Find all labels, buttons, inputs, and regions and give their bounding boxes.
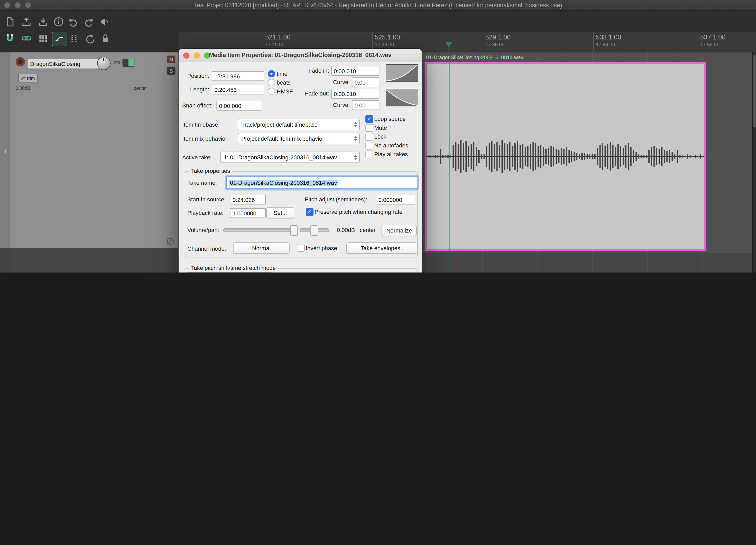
stepper-icon <box>351 133 359 144</box>
pitch-mode-title: Take pitch shift/time stretch mode <box>189 265 278 271</box>
track-mute-button[interactable]: M <box>167 56 175 63</box>
fx-enable-toggle[interactable] <box>122 59 134 67</box>
edit-cursor-line <box>449 52 449 273</box>
invert-phase-label: Invert phase <box>306 245 337 251</box>
track-control-panel[interactable]: DragonSilkaClosing FX M S trim 0.00dB ce… <box>10 52 179 273</box>
playback-rate-label: Playback rate: <box>187 210 223 216</box>
fx-label: FX <box>114 60 120 65</box>
take-envelopes-button[interactable]: Take envelopes.. <box>346 242 418 254</box>
start-in-source-label: Start in source: <box>187 196 226 202</box>
loop-icon[interactable] <box>83 32 97 45</box>
ruler-mark: 537.1.0017:52.00 <box>698 32 725 52</box>
save-project-icon[interactable] <box>36 15 50 29</box>
fade-out-input[interactable]: 0:00.010 <box>331 89 379 99</box>
normalize-button[interactable]: Normalize <box>382 225 417 236</box>
take-name-label: Take name: <box>187 180 217 186</box>
vertical-scrollbar-handle[interactable] <box>753 55 756 128</box>
no-autofades-label: No autofades <box>374 142 408 148</box>
hmsf-radio-label: HMSF <box>277 88 293 94</box>
beats-radio-label: beats <box>277 79 291 86</box>
edit-cursor-line-ruler <box>448 47 449 52</box>
active-take-value: 1: 01-DragonSilkaClosing-200316_0814.wav <box>224 154 337 160</box>
snap-offset-label: Snap offset: <box>182 102 213 108</box>
ruler-mark: 529.1.0017:36.00 <box>483 32 510 52</box>
loop-source-checkbox[interactable]: ✓ <box>365 115 373 123</box>
media-item-properties-dialog: Media Item Properties: 01-DragonSilkaClo… <box>179 49 422 273</box>
playback-rate-input[interactable]: 1.000000 <box>230 208 266 218</box>
link-grouping-icon[interactable] <box>20 32 33 45</box>
pitch-mode-select[interactable]: Project default <box>187 272 272 273</box>
volume-pan-label: Volume/pan: <box>187 227 219 233</box>
invert-phase-checkbox[interactable] <box>297 244 305 252</box>
channel-mode-select[interactable]: Normal <box>233 242 290 254</box>
track-solo-button[interactable]: S <box>167 67 175 75</box>
project-info-icon[interactable] <box>52 15 65 29</box>
pan-knob[interactable] <box>97 57 111 70</box>
edit-cursor-marker[interactable] <box>445 42 453 47</box>
reaper-app: Test Projec 03112020 [modified] - REAPER… <box>0 0 756 273</box>
pitch-adjust-label: Pitch adjust (semitones): <box>305 196 367 202</box>
dialog-titlebar[interactable]: Media Item Properties: 01-DragonSilkaClo… <box>179 49 422 62</box>
item-timebase-value: Track/project default timebase <box>241 121 318 128</box>
item-timebase-select[interactable]: Track/project default timebase <box>238 119 360 130</box>
grid-blocks-icon[interactable] <box>36 32 50 45</box>
fade-in-curve-button[interactable] <box>386 64 418 82</box>
time-radio[interactable] <box>268 70 275 77</box>
media-item[interactable] <box>425 62 706 251</box>
lock-icon[interactable] <box>99 32 112 45</box>
megaphone-icon[interactable] <box>98 15 111 29</box>
volume-readout: 0.00dB <box>337 227 355 233</box>
lock-label: Lock <box>374 133 386 140</box>
fade-in-curve-input[interactable]: 0.00 <box>352 77 379 87</box>
pitch-adjust-input[interactable]: 0.000000 <box>376 195 415 205</box>
pan-slider-handle[interactable] <box>310 225 318 236</box>
fade-in-input[interactable]: 0:00.010 <box>331 66 379 76</box>
stepper-icon <box>351 152 359 162</box>
volume-slider[interactable] <box>223 228 298 232</box>
stepper-icon <box>351 119 359 130</box>
redo-icon[interactable] <box>82 15 96 29</box>
preserve-pitch-checkbox[interactable]: ✓ <box>306 208 314 216</box>
item-mix-select[interactable]: Project default item mix behavior <box>238 133 360 144</box>
beats-radio[interactable] <box>268 79 275 86</box>
time-radio-label: time <box>277 71 288 77</box>
track-name-input[interactable]: DragonSilkaClosing <box>27 59 102 69</box>
new-project-icon[interactable] <box>3 15 17 29</box>
set-rate-button[interactable]: Set... <box>266 207 294 219</box>
waveform-svg <box>426 64 704 249</box>
length-input[interactable]: 0:20.453 <box>212 85 264 94</box>
position-input[interactable]: 17:31.986 <box>212 71 264 81</box>
no-autofades-checkbox[interactable] <box>365 142 373 149</box>
fade-out-curve-button[interactable] <box>386 89 418 106</box>
volume-slider-handle[interactable] <box>290 225 298 236</box>
hmsf-radio[interactable] <box>268 88 275 95</box>
lock-checkbox[interactable] <box>365 133 373 141</box>
fade-out-curve-label: Curve: <box>322 102 350 108</box>
undo-icon[interactable] <box>66 15 80 29</box>
open-project-icon[interactable] <box>20 15 33 29</box>
take-name-input[interactable]: 01-DragonSilkaClosing-200316_0814.wav <box>226 176 417 189</box>
dialog-title: Media Item Properties: 01-DragonSilkaClo… <box>179 52 422 58</box>
snap-offset-input[interactable]: 0:00.000 <box>216 101 262 111</box>
trim-envelope-button[interactable]: trim <box>18 74 38 83</box>
media-item-label: 01-DragonSilkaClosing-200316_0814.wav <box>426 55 523 60</box>
fade-out-curve-input[interactable]: 0.00 <box>352 100 379 110</box>
fade-in-curve-label: Curve: <box>322 79 350 85</box>
channel-mode-label: Channel mode: <box>187 246 226 252</box>
record-arm-button[interactable] <box>16 57 25 66</box>
mute-checkbox[interactable] <box>365 124 373 132</box>
vertical-scrollbar[interactable] <box>752 52 756 273</box>
no-envelopes-icon[interactable] <box>166 237 174 246</box>
start-in-source-input[interactable]: 0:24.026 <box>230 195 266 205</box>
pan-readout: center <box>360 227 376 233</box>
window-title: Test Projec 03112020 [modified] - REAPER… <box>0 2 756 8</box>
envelope-mini-icon <box>21 76 26 80</box>
ruler-mark: 533.1.0017:44.00 <box>593 32 621 52</box>
dots-grid-icon[interactable] <box>67 32 81 45</box>
fade-in-label: Fade in: <box>298 67 329 74</box>
play-all-takes-checkbox[interactable] <box>365 151 373 158</box>
fade-out-label: Fade out: <box>296 90 329 97</box>
magnet-snap-icon[interactable] <box>3 32 17 45</box>
active-take-select[interactable]: 1: 01-DragonSilkaClosing-200316_0814.wav <box>220 152 360 163</box>
envelope-icon[interactable] <box>52 32 66 46</box>
